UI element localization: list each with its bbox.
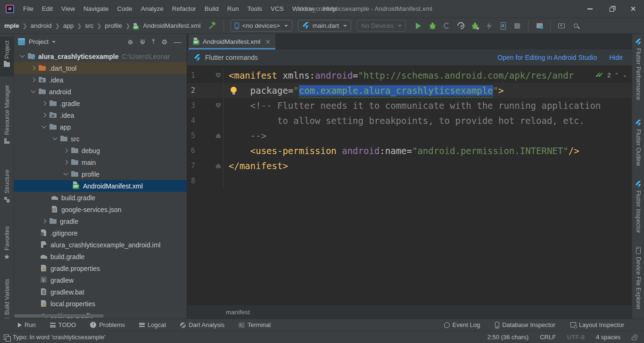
settings-gear-icon[interactable]: ⚙ [161, 38, 167, 46]
chevron-collapsed-icon[interactable] [40, 98, 49, 109]
tree-item-gitignore[interactable]: .gitignore [14, 227, 187, 239]
tree-item-debug[interactable]: debug [14, 145, 187, 156]
horizontal-scrollbar[interactable] [14, 314, 104, 318]
menu-view[interactable]: View [57, 3, 79, 14]
chevron-expanded-icon[interactable] [18, 50, 27, 62]
tool-tab-todo[interactable]: TODO [50, 321, 76, 328]
tree-item-idea-android[interactable]: .idea [14, 109, 187, 121]
chevron-expanded-icon[interactable] [61, 168, 71, 180]
flutter-device-button[interactable] [497, 20, 509, 32]
menu-navigate[interactable]: Navigate [79, 3, 113, 14]
toolwindow-switcher-icon[interactable] [4, 335, 9, 340]
caret-position[interactable]: 2:50 (36 chars) [487, 334, 528, 341]
project-structure-icon[interactable] [534, 20, 545, 32]
hide-panel-icon[interactable]: — [174, 38, 181, 46]
flutter-attach-button[interactable] [469, 20, 480, 32]
chevron-collapsed-icon[interactable] [61, 145, 71, 156]
menu-refactor[interactable]: Refactor [168, 3, 200, 14]
fold-marker-icon[interactable] [215, 158, 223, 173]
expand-all-icon[interactable]: ⟱ [140, 38, 146, 46]
tree-item-local-properties[interactable]: local.properties [14, 298, 187, 310]
search-everywhere-icon[interactable] [570, 20, 581, 32]
debug-button[interactable] [427, 20, 438, 32]
device-manager-icon[interactable] [556, 20, 567, 32]
minimize-button[interactable] [579, 0, 601, 18]
tool-tab-flutter-inspector[interactable]: Flutter Inspector [632, 181, 644, 242]
tool-tab-favorites[interactable]: Favorites ★ [0, 226, 14, 270]
run-button[interactable] [413, 20, 424, 32]
menu-code[interactable]: Code [113, 3, 136, 14]
breadcrumb-item[interactable]: android [29, 21, 53, 30]
tree-item-gradlew[interactable]: gradlew [14, 274, 187, 286]
tool-tab-resource-manager[interactable]: Resource Manager [0, 85, 14, 160]
hide-banner-link[interactable]: Hide [609, 54, 623, 61]
readonly-lock-icon[interactable] [632, 337, 636, 340]
tree-item-src[interactable]: src [14, 133, 187, 145]
tree-item-root[interactable]: alura_crashlyticsexample C:\Users\Leonar [14, 50, 187, 62]
tree-item-gradlew-bat[interactable]: gradlew.bat [14, 286, 187, 298]
encoding-indicator[interactable]: UTF-8 [567, 334, 585, 341]
tree-item-gradle-properties[interactable]: gradle.properties [14, 262, 187, 274]
tool-tab-structure[interactable]: Structure [0, 170, 14, 217]
tool-tab-layout-inspector[interactable]: Layout Inspector [570, 321, 624, 328]
run-config-dropdown[interactable]: main.dart [298, 20, 351, 32]
fold-marker-icon[interactable] [215, 98, 223, 113]
tree-item-build-gradle[interactable]: build.gradle [14, 251, 187, 262]
chevron-down-icon[interactable] [52, 41, 56, 43]
tool-tab-problems[interactable]: !Problems [90, 321, 125, 328]
tree-item-google-services[interactable]: google-services.json [14, 204, 187, 215]
restore-button[interactable] [601, 0, 622, 18]
device-selector-dropdown[interactable]: <no devices> [231, 20, 292, 32]
line-ending-indicator[interactable]: CRLF [540, 334, 556, 341]
collapse-all-icon[interactable]: ⤒ [152, 38, 155, 46]
fold-marker-icon[interactable] [215, 128, 223, 143]
chevron-collapsed-icon[interactable] [40, 109, 49, 121]
tool-tab-flutter-outline[interactable]: Flutter Outline [632, 120, 644, 176]
menu-analyze[interactable]: Analyze [137, 3, 168, 14]
breadcrumb-item[interactable]: src [83, 21, 95, 30]
tree-item-gradle-folder[interactable]: gradle [14, 215, 187, 227]
menu-vcs[interactable]: VCS [266, 3, 288, 14]
tree-item-profile[interactable]: profile [14, 168, 187, 180]
menu-build[interactable]: Build [200, 3, 223, 14]
tree-item-app-build-gradle[interactable]: build.gradle [14, 192, 187, 204]
tree-item-idea[interactable]: .idea [14, 74, 187, 86]
breadcrumb-manifest[interactable]: manifest [226, 309, 250, 316]
devtools-gauge-icon[interactable] [455, 20, 466, 32]
menu-edit[interactable]: Edit [38, 3, 57, 14]
locate-file-icon[interactable]: ⊕ [128, 38, 133, 46]
tree-item-main[interactable]: main [14, 156, 187, 168]
intention-bulb-icon[interactable] [231, 87, 237, 93]
tool-tab-logcat[interactable]: Logcat [139, 321, 166, 328]
tree-item-android[interactable]: android [14, 86, 187, 98]
menu-tools[interactable]: Tools [243, 3, 267, 14]
chevron-collapsed-icon[interactable] [29, 74, 38, 86]
build-hammer-icon[interactable] [207, 20, 218, 32]
menu-file[interactable]: File [19, 3, 38, 14]
prev-problem-icon[interactable]: ⌃ [615, 72, 619, 78]
chevron-expanded-icon[interactable] [29, 86, 38, 98]
tree-item-gradle-hidden[interactable]: .gradle [14, 98, 187, 109]
tool-tab-database-inspector[interactable]: Database Inspector [495, 321, 555, 328]
tool-tab-project[interactable]: Project [0, 37, 14, 76]
indent-indicator[interactable]: 4 spaces [596, 334, 620, 341]
chevron-expanded-icon[interactable] [50, 133, 60, 145]
chevron-expanded-icon[interactable] [40, 121, 49, 133]
tree-item-iml[interactable]: alura_crashlyticsexample_android.iml [14, 239, 187, 251]
chevron-collapsed-icon[interactable] [40, 215, 49, 227]
tree-item-androidmanifest[interactable]: AndroidManifest.xml [14, 180, 187, 192]
next-problem-icon[interactable]: ⌄ [623, 72, 627, 78]
breadcrumb-item[interactable]: AndroidManifest.xml [141, 21, 202, 30]
menu-run[interactable]: Run [223, 3, 243, 14]
tree-item-app[interactable]: app [14, 121, 187, 133]
tool-tab-run[interactable]: Run [18, 321, 36, 328]
project-panel-title[interactable]: Project [29, 38, 49, 45]
chevron-collapsed-icon[interactable] [29, 62, 38, 74]
inspection-widget[interactable]: ✓✓ 2 ⌃ ⌄ [595, 71, 627, 79]
code-editor[interactable]: 1 <manifest xmlns:android="http://schema… [187, 66, 632, 305]
tool-tab-device-file-explorer[interactable]: Device File Explorer [632, 247, 644, 315]
open-in-android-studio-link[interactable]: Open for Editing in Android Studio [497, 54, 597, 61]
chevron-collapsed-icon[interactable] [61, 156, 71, 168]
tool-tab-flutter-performance[interactable]: Flutter Performance [632, 39, 644, 112]
tool-tab-dart-analysis[interactable]: Dart Analysis [180, 321, 224, 328]
